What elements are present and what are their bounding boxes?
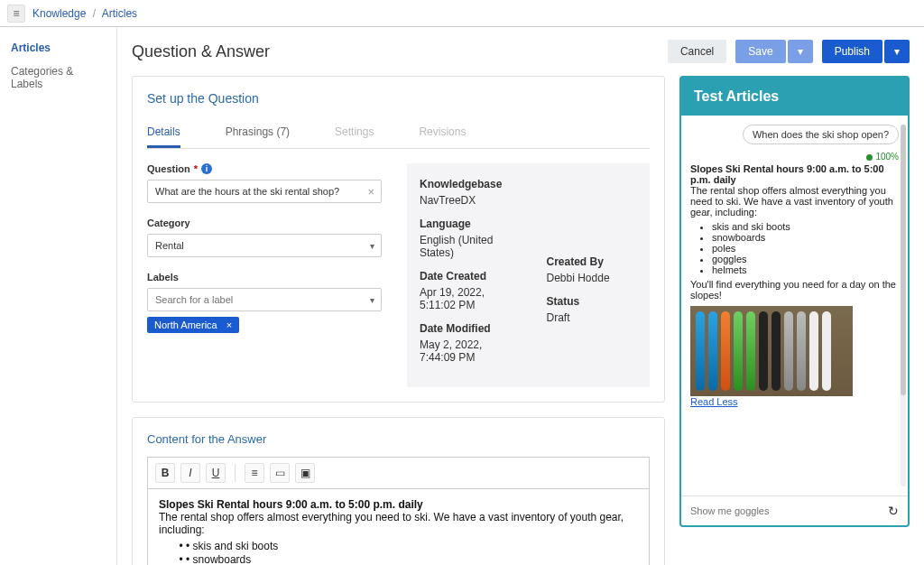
meta-created-label: Date Created [420, 270, 511, 282]
italic-button[interactable]: I [180, 463, 200, 483]
page-title: Question & Answer [132, 42, 270, 61]
tab-settings[interactable]: Settings [335, 118, 374, 148]
label-chip-text: North America [154, 320, 217, 330]
publish-dropdown[interactable]: ▾ [884, 40, 910, 63]
question-input[interactable] [147, 180, 382, 203]
rich-text-editor: B I U ≡ ▭ ▣ Slopes Ski Rental hours 9:00… [147, 457, 650, 565]
sidebar: Articles Categories & Labels [0, 27, 117, 565]
info-icon[interactable]: i [201, 163, 212, 174]
labels-label: Labels [147, 272, 382, 282]
chat-scrollbar[interactable] [901, 125, 906, 486]
answer-list: skis and ski boots snowboards poles gogg… [186, 540, 638, 565]
list-button[interactable]: ≡ [245, 463, 264, 483]
tab-phrasings[interactable]: Phrasings (7) [226, 118, 290, 148]
metadata-panel: Knowledgebase NavTreeDX Language English… [407, 163, 650, 387]
editor-toolbar: B I U ≡ ▭ ▣ [148, 458, 649, 489]
answer-heading: Slopes Ski Rental hours 9:00 a.m. to 5:0… [159, 498, 638, 511]
image-button[interactable]: ▭ [270, 463, 290, 483]
response-title: Slopes Ski Rental hours 9:00 a.m. to 5:0… [690, 163, 899, 185]
sidebar-item-articles[interactable]: Articles [11, 36, 106, 60]
history-icon[interactable]: ↻ [888, 504, 899, 518]
answer-title: Content for the Answer [147, 432, 650, 446]
status-dot-icon [866, 154, 873, 161]
header-actions: Cancel Save ▾ Publish ▾ [668, 40, 910, 63]
meta-status-label: Status [547, 295, 638, 308]
breadcrumb-section[interactable]: Knowledge [32, 7, 86, 20]
response-list: skis and ski boots snowboards poles gogg… [712, 221, 899, 275]
meta-status-value: Draft [547, 311, 638, 324]
setup-title: Set up the Question [147, 91, 650, 106]
video-button[interactable]: ▣ [295, 463, 315, 483]
breadcrumb-separator: / [93, 7, 96, 20]
test-articles-panel: Test Articles When does the ski shop ope… [679, 76, 910, 527]
clear-icon[interactable]: × [367, 185, 374, 199]
breadcrumb: Knowledge / Articles [32, 7, 137, 20]
tab-details[interactable]: Details [147, 118, 180, 148]
cancel-button[interactable]: Cancel [668, 40, 726, 63]
meta-kb-value: NavTreeDX [420, 194, 511, 207]
confidence-badge: 100% [690, 152, 899, 162]
ski-gear-image [690, 306, 853, 396]
save-dropdown[interactable]: ▾ [788, 40, 813, 63]
labels-search-input[interactable] [147, 288, 382, 311]
setup-tabs: Details Phrasings (7) Settings Revisions [147, 118, 650, 149]
meta-modified-value: May 2, 2022, 7:44:09 PM [420, 338, 511, 364]
read-less-link[interactable]: Read Less [690, 396, 899, 407]
list-item: skis and ski boots [186, 540, 638, 552]
publish-button[interactable]: Publish [822, 40, 882, 63]
underline-button[interactable]: U [206, 463, 226, 483]
list-item: poles [712, 243, 899, 254]
meta-lang-value: English (United States) [420, 234, 511, 259]
response-closing: You'll find everything you need for a da… [690, 279, 899, 301]
list-item: skis and ski boots [712, 221, 899, 232]
question-label: Question * i [147, 163, 382, 174]
meta-createdby-value: Debbi Hodde [547, 272, 638, 284]
list-item: goggles [712, 254, 899, 264]
toolbar-separator [235, 464, 236, 482]
category-select[interactable] [147, 234, 382, 257]
list-item: helmets [712, 264, 899, 275]
save-button[interactable]: Save [735, 40, 785, 63]
close-icon[interactable]: × [226, 320, 232, 330]
category-label: Category [147, 218, 382, 228]
setup-question-panel: Set up the Question Details Phrasings (7… [132, 76, 665, 403]
chat-input[interactable] [690, 505, 857, 516]
label-chip[interactable]: North America × [147, 317, 239, 333]
required-asterisk: * [194, 163, 198, 174]
user-message: When does the ski shop open? [743, 125, 899, 144]
meta-modified-label: Date Modified [420, 322, 511, 335]
chat-header: Test Articles [681, 78, 908, 116]
response-intro: The rental shop offers almost everything… [690, 185, 899, 218]
sidebar-item-categories-labels[interactable]: Categories & Labels [11, 60, 106, 96]
meta-lang-label: Language [420, 218, 511, 230]
tab-revisions[interactable]: Revisions [419, 118, 466, 148]
list-item: snowboards [186, 553, 638, 565]
breadcrumb-page[interactable]: Articles [102, 7, 137, 20]
meta-createdby-label: Created By [547, 255, 638, 268]
list-item: snowboards [712, 232, 899, 243]
bold-button[interactable]: B [155, 463, 175, 483]
meta-created-value: Apr 19, 2022, 5:11:02 PM [420, 286, 511, 311]
editor-content[interactable]: Slopes Ski Rental hours 9:00 a.m. to 5:0… [148, 489, 649, 565]
answer-intro: The rental shop offers almost everything… [159, 511, 638, 536]
meta-kb-label: Knowledgebase [420, 178, 511, 190]
hamburger-menu[interactable]: ≡ [7, 5, 25, 23]
answer-panel: Content for the Answer B I U ≡ ▭ ▣ [132, 417, 665, 565]
bot-response: 100% Slopes Ski Rental hours 9:00 a.m. t… [690, 152, 899, 407]
